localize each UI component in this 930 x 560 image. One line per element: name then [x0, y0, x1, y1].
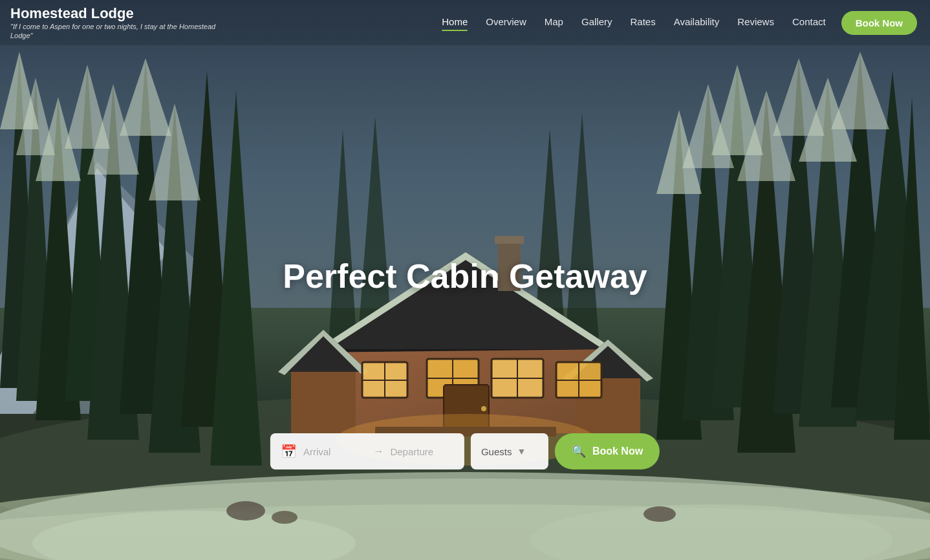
svg-marker-54 [563, 339, 653, 382]
hero-book-now-label: Book Now [592, 446, 643, 457]
arrival-input[interactable]: Arrival [303, 446, 367, 457]
nav-item-rates[interactable]: Rates [630, 16, 655, 30]
svg-rect-59 [492, 359, 543, 398]
svg-point-81 [226, 501, 265, 521]
svg-point-75 [481, 406, 486, 411]
svg-rect-45 [330, 343, 601, 433]
svg-point-4 [0, 479, 930, 560]
svg-rect-64 [556, 362, 601, 398]
guests-picker[interactable]: Guests ▼ [471, 433, 548, 469]
nav-item-overview[interactable]: Overview [486, 16, 526, 30]
svg-point-82 [272, 511, 297, 524]
nav-item-availability[interactable]: Availability [674, 16, 720, 30]
main-nav: Home Overview Map Gallery Rates Availabi… [442, 16, 825, 30]
svg-rect-46 [291, 369, 356, 433]
svg-rect-58 [427, 359, 479, 398]
svg-point-78 [0, 472, 930, 560]
site-title: Homestead Lodge [10, 5, 217, 22]
nav-item-map[interactable]: Map [545, 16, 563, 30]
svg-marker-51 [278, 330, 369, 372]
hero-book-now-button[interactable]: 🔍 Book Now [555, 433, 660, 469]
nav-item-home[interactable]: Home [442, 16, 468, 30]
svg-rect-73 [444, 385, 489, 433]
svg-rect-61 [362, 362, 407, 398]
departure-input[interactable]: Departure [390, 446, 454, 457]
logo-area: Homestead Lodge "If I come to Aspen for … [10, 5, 217, 41]
svg-rect-57 [362, 362, 407, 398]
guests-label: Guests [481, 446, 512, 457]
svg-marker-53 [563, 339, 653, 378]
nav-item-reviews[interactable]: Reviews [737, 16, 774, 30]
nav-item-contact[interactable]: Contact [792, 16, 826, 30]
svg-rect-47 [576, 375, 640, 433]
svg-rect-63 [492, 359, 543, 398]
svg-point-5 [0, 504, 930, 560]
site-subtitle: "If I come to Aspen for one or two night… [10, 22, 217, 41]
svg-rect-74 [444, 385, 489, 433]
svg-marker-49 [317, 349, 614, 352]
hero-title: Perfect Cabin Getaway [283, 257, 647, 296]
svg-rect-60 [556, 362, 601, 398]
svg-rect-43 [317, 407, 614, 427]
svg-point-79 [32, 511, 356, 560]
header-book-now-button[interactable]: Book Now [841, 11, 917, 35]
chevron-down-icon: ▼ [517, 446, 526, 457]
calendar-icon: 📅 [281, 444, 297, 459]
hero-section: Homestead Lodge "If I come to Aspen for … [0, 0, 930, 560]
booking-bar: 📅 Arrival → Departure Guests ▼ 🔍 Book No… [270, 433, 660, 469]
svg-marker-52 [278, 330, 369, 375]
svg-point-80 [530, 504, 892, 560]
svg-point-3 [0, 394, 930, 550]
date-picker[interactable]: 📅 Arrival → Departure [270, 433, 464, 469]
svg-point-83 [643, 506, 676, 522]
svg-rect-44 [330, 343, 601, 433]
svg-rect-62 [427, 359, 479, 398]
search-icon: 🔍 [572, 444, 586, 458]
arrow-icon: → [373, 446, 384, 457]
hero-content: Perfect Cabin Getaway [283, 257, 647, 296]
nav-item-gallery[interactable]: Gallery [581, 16, 612, 30]
header: Homestead Lodge "If I come to Aspen for … [0, 0, 930, 45]
svg-rect-6 [0, 530, 930, 560]
